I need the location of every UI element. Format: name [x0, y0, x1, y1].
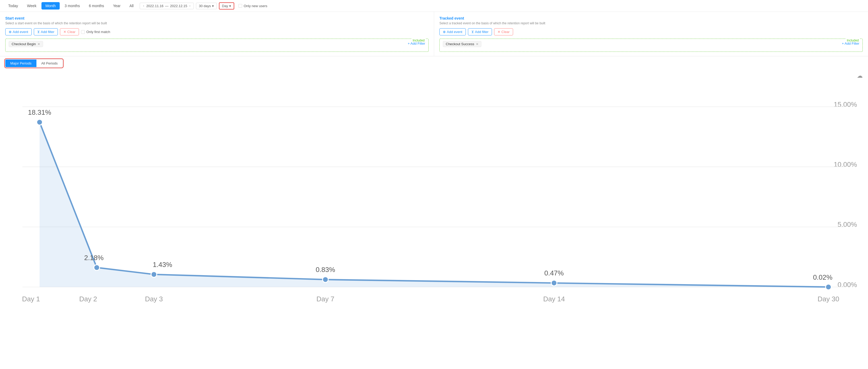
tracked-event-desc: Select a tracked event on the basis of w…: [439, 21, 863, 25]
tracked-event-tag: Checkout Success ✕: [443, 41, 482, 47]
data-point-day30[interactable]: [826, 284, 831, 290]
only-new-users-toggle[interactable]: Only new users: [239, 4, 268, 8]
svg-text:1.43%: 1.43%: [153, 261, 172, 268]
svg-text:Day 1: Day 1: [22, 295, 40, 303]
events-row: Start event Select a start event on the …: [0, 12, 868, 56]
svg-text:2.18%: 2.18%: [84, 254, 104, 262]
tracked-filter-icon: ⊻: [471, 30, 474, 34]
svg-text:0.47%: 0.47%: [544, 269, 564, 277]
day-select-label: Day: [222, 4, 228, 8]
date-end: 2022.12.15: [170, 4, 187, 8]
svg-text:Day 2: Day 2: [79, 295, 97, 303]
only-first-match-toggle[interactable]: Only first match: [81, 30, 110, 34]
week-button[interactable]: Week: [23, 2, 40, 9]
tracked-event-actions: ⊕ Add event ⊻ Add filter ✕ Clear: [439, 28, 863, 35]
data-point-day3[interactable]: [151, 272, 157, 277]
three-months-button[interactable]: 3 months: [61, 2, 84, 9]
day-select-arrow-icon: ▾: [229, 4, 231, 8]
data-point-day7[interactable]: [322, 277, 328, 283]
chart-container: 15.00% 10.00% 5.00% 0.00% 18.31% 2.18%: [5, 73, 863, 313]
svg-text:0.00%: 0.00%: [838, 281, 857, 289]
start-event-desc: Select a start event on the basis of whi…: [5, 21, 429, 25]
date-range-picker[interactable]: ‹ 2022.11.16 — 2022.12.15 ›: [140, 3, 194, 9]
date-next-button[interactable]: ›: [189, 4, 191, 8]
all-button[interactable]: All: [125, 2, 137, 9]
only-first-match-checkbox[interactable]: [81, 30, 85, 34]
only-new-users-checkbox[interactable]: [239, 4, 242, 8]
toolbar: Today Week Month 3 months 6 months Year …: [0, 0, 868, 12]
tracked-event-section: Tracked event Select a tracked event on …: [434, 12, 868, 56]
retention-chart-svg: 15.00% 10.00% 5.00% 0.00% 18.31% 2.18%: [5, 73, 863, 313]
today-button[interactable]: Today: [4, 2, 22, 9]
filter-icon: ⊻: [37, 30, 40, 34]
start-event-tag-remove[interactable]: ✕: [37, 42, 40, 46]
days-dropdown[interactable]: 30 days ▾: [196, 3, 217, 9]
month-button[interactable]: Month: [41, 2, 60, 9]
six-months-button[interactable]: 6 months: [85, 2, 108, 9]
only-first-match-label: Only first match: [86, 30, 110, 34]
start-event-title: Start event: [5, 16, 429, 20]
day-select-box[interactable]: Day ▾: [219, 2, 234, 9]
tracked-included-label: Included: [846, 38, 860, 42]
svg-text:0.83%: 0.83%: [316, 266, 335, 274]
data-point-day1[interactable]: [37, 119, 42, 125]
start-add-filter-button[interactable]: ⊻ Add filter: [34, 28, 58, 35]
svg-text:10.00%: 10.00%: [834, 161, 857, 168]
svg-text:Day 30: Day 30: [817, 295, 839, 303]
start-event-tag: Checkout Begin ✕: [9, 41, 43, 47]
clear-x-icon: ✕: [63, 30, 66, 34]
date-start: 2022.11.16: [146, 4, 163, 8]
tabs-container: Major Periods All Periods: [5, 59, 63, 67]
chart-area: ☁ 15.00% 10.00% 5.00% 0.00%: [0, 67, 868, 315]
only-new-users-label: Only new users: [244, 4, 268, 8]
tracked-clear-x-icon: ✕: [497, 30, 500, 34]
year-button[interactable]: Year: [109, 2, 124, 9]
major-periods-tab[interactable]: Major Periods: [5, 59, 36, 67]
svg-text:0.02%: 0.02%: [813, 273, 833, 281]
start-included-area: Included Checkout Begin ✕ + Add Filter: [5, 38, 429, 52]
svg-text:18.31%: 18.31%: [28, 108, 51, 116]
tracked-event-title: Tracked event: [439, 16, 863, 20]
svg-text:Day 7: Day 7: [316, 295, 334, 303]
start-event-section: Start event Select a start event on the …: [0, 12, 434, 56]
tracked-plus-circle-icon: ⊕: [443, 30, 446, 34]
svg-text:5.00%: 5.00%: [838, 221, 857, 228]
data-point-day2[interactable]: [94, 264, 100, 271]
start-clear-button[interactable]: ✕ Clear: [60, 28, 79, 35]
tracked-clear-button[interactable]: ✕ Clear: [494, 28, 513, 35]
svg-text:Day 3: Day 3: [145, 295, 163, 303]
svg-text:Day 14: Day 14: [543, 295, 565, 303]
tracked-add-filter-button[interactable]: ⊻ Add filter: [468, 28, 492, 35]
start-event-actions: ⊕ Add event ⊻ Add filter ✕ Clear Only fi…: [5, 28, 429, 35]
days-label: 30 days: [199, 4, 211, 8]
tracked-event-tag-remove[interactable]: ✕: [476, 42, 478, 46]
date-prev-button[interactable]: ‹: [143, 4, 145, 8]
all-periods-tab[interactable]: All Periods: [36, 59, 63, 67]
tabs-row: Major Periods All Periods: [0, 56, 868, 67]
tracked-add-event-button[interactable]: ⊕ Add event: [439, 28, 466, 35]
date-separator: —: [165, 4, 168, 8]
tracked-included-area: Included Checkout Success ✕ + Add Filter: [439, 38, 863, 52]
dropdown-arrow-icon: ▾: [212, 4, 214, 8]
data-point-day14[interactable]: [551, 280, 557, 286]
start-included-label: Included: [412, 38, 426, 42]
start-add-event-button[interactable]: ⊕ Add event: [5, 28, 32, 35]
plus-circle-icon: ⊕: [9, 30, 11, 34]
svg-text:15.00%: 15.00%: [834, 101, 857, 108]
